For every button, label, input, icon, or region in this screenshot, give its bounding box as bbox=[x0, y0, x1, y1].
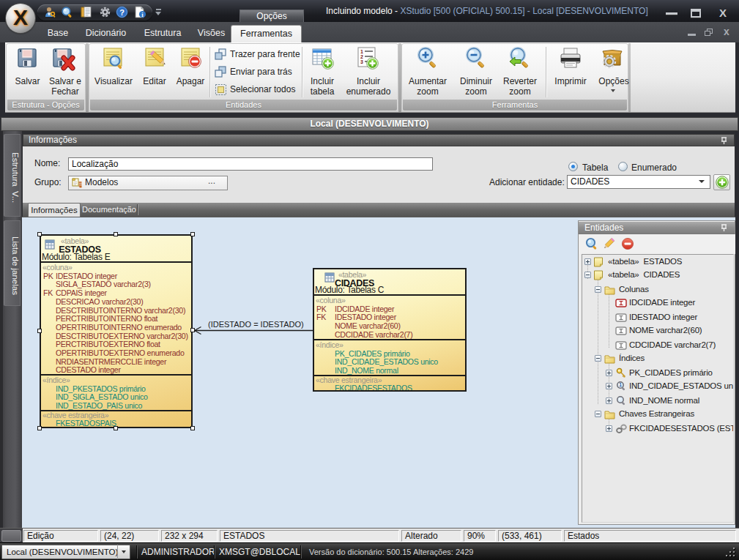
svg-text:1: 1 bbox=[360, 49, 363, 54]
svg-text:1: 1 bbox=[619, 382, 622, 387]
svg-text:?: ? bbox=[119, 8, 125, 17]
svg-text:2: 2 bbox=[360, 54, 363, 59]
svg-text:3: 3 bbox=[360, 59, 363, 64]
